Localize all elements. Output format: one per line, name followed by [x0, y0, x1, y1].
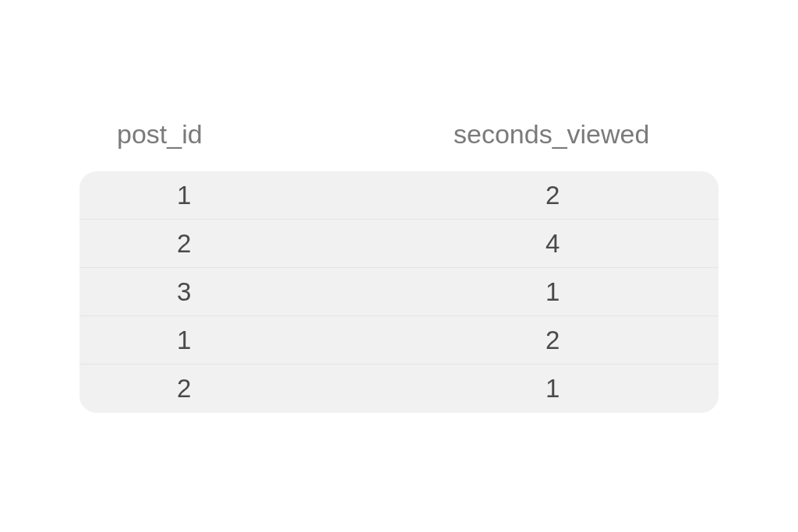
cell-post-id: 1 [79, 326, 454, 355]
cell-seconds-viewed: 2 [454, 326, 719, 355]
cell-post-id: 2 [79, 374, 454, 403]
table-body: 1 2 2 4 3 1 1 2 2 1 [79, 171, 719, 413]
table-header-row: post_id seconds_viewed [79, 119, 719, 171]
column-header-post-id: post_id [79, 119, 454, 150]
table-row: 3 1 [79, 268, 719, 316]
table-row: 2 1 [79, 365, 719, 413]
cell-post-id: 2 [79, 229, 454, 259]
cell-seconds-viewed: 1 [454, 374, 719, 403]
cell-seconds-viewed: 1 [454, 277, 719, 307]
cell-post-id: 3 [79, 277, 454, 307]
table-row: 1 2 [79, 171, 719, 220]
table-row: 1 2 [79, 316, 719, 365]
table-row: 2 4 [79, 220, 719, 268]
cell-seconds-viewed: 4 [454, 229, 719, 259]
cell-post-id: 1 [79, 181, 454, 210]
cell-seconds-viewed: 2 [454, 181, 719, 210]
column-header-seconds-viewed: seconds_viewed [454, 119, 719, 150]
data-table: post_id seconds_viewed 1 2 2 4 3 1 1 2 2… [79, 119, 719, 413]
